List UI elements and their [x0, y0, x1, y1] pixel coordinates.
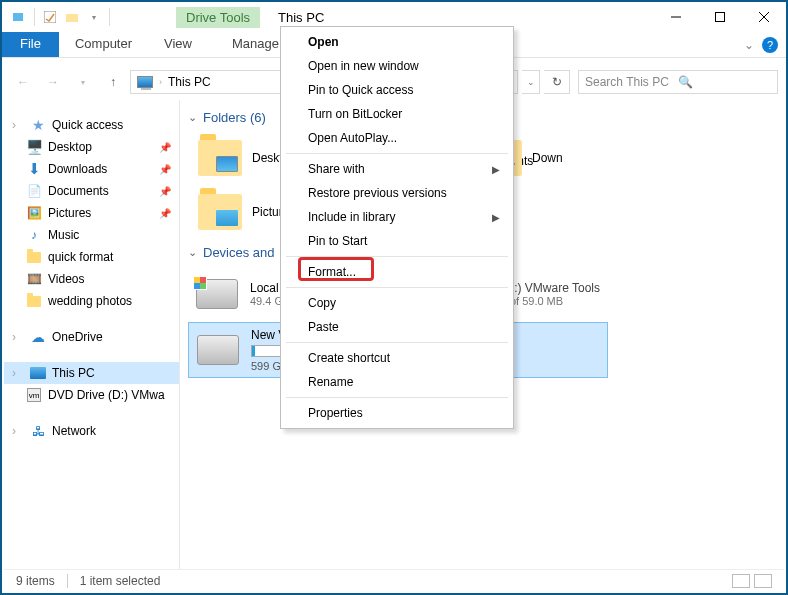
recent-locations-button[interactable]: ▾	[70, 69, 96, 95]
ribbon-expand-icon[interactable]: ⌄	[744, 38, 754, 52]
menu-separator	[286, 256, 508, 257]
nav-quick-format[interactable]: quick format	[4, 246, 179, 268]
download-icon: ⬇	[26, 161, 42, 177]
nav-music[interactable]: ♪Music	[4, 224, 179, 246]
menu-item-turn-on-bitlocker[interactable]: Turn on BitLocker	[284, 102, 510, 126]
search-placeholder: Search This PC	[585, 75, 678, 89]
status-bar: 9 items 1 item selected	[4, 569, 784, 591]
nav-this-pc[interactable]: This PC	[4, 362, 179, 384]
folder-music[interactable]: ic	[484, 190, 764, 244]
cloud-icon: ☁	[30, 329, 46, 345]
drive-icon	[196, 279, 238, 309]
videos-icon: 🎞️	[26, 271, 42, 287]
folder-icon	[27, 296, 41, 307]
qat-properties-icon[interactable]	[42, 9, 58, 25]
menu-item-pin-to-quick-access[interactable]: Pin to Quick access	[284, 78, 510, 102]
view-large-icon[interactable]	[754, 574, 772, 588]
up-button[interactable]: ↑	[100, 69, 126, 95]
pin-icon: 📌	[159, 186, 171, 197]
back-button[interactable]: ←	[10, 69, 36, 95]
svg-rect-4	[716, 13, 725, 22]
nav-desktop[interactable]: 🖥️Desktop📌	[4, 136, 179, 158]
pin-icon: 📌	[159, 142, 171, 153]
close-button[interactable]	[742, 2, 786, 32]
menu-item-restore-previous-versions[interactable]: Restore previous versions	[284, 181, 510, 205]
nav-dvd-drive[interactable]: vmDVD Drive (D:) VMwa	[4, 384, 179, 406]
menu-item-share-with[interactable]: Share with▶	[284, 157, 510, 181]
menu-item-open-in-new-window[interactable]: Open in new window	[284, 54, 510, 78]
window-title: This PC	[278, 10, 324, 25]
menu-item-open[interactable]: Open	[284, 30, 510, 54]
music-icon: ♪	[26, 227, 42, 243]
drive-tools-tab[interactable]: Drive Tools	[176, 7, 260, 28]
address-dropdown[interactable]: ⌄	[522, 70, 540, 94]
menu-item-paste[interactable]: Paste	[284, 315, 510, 339]
svg-rect-2	[66, 14, 78, 22]
desktop-icon: 🖥️	[26, 139, 42, 155]
pictures-icon: 🖼️	[26, 205, 42, 221]
search-icon: 🔍	[678, 75, 771, 89]
navigation-pane: ★Quick access 🖥️Desktop📌 ⬇Downloads📌 📄Do…	[4, 100, 180, 569]
network-icon: 🖧	[30, 423, 46, 439]
separator	[34, 8, 35, 26]
address-location: This PC	[168, 75, 211, 89]
pc-icon	[30, 367, 46, 379]
separator	[67, 574, 68, 588]
star-icon: ★	[30, 117, 46, 133]
forward-button[interactable]: →	[40, 69, 66, 95]
nav-pictures[interactable]: 🖼️Pictures📌	[4, 202, 179, 224]
help-icon[interactable]: ?	[762, 37, 778, 53]
menu-item-open-autoplay[interactable]: Open AutoPlay...	[284, 126, 510, 150]
pc-icon	[137, 76, 153, 88]
menu-separator	[286, 342, 508, 343]
folder-icon	[198, 140, 242, 176]
tab-view[interactable]: View	[148, 32, 208, 57]
status-selected: 1 item selected	[80, 574, 161, 588]
maximize-button[interactable]	[698, 2, 742, 32]
folder-icon	[27, 252, 41, 263]
nav-wedding-photos[interactable]: wedding photos	[4, 290, 179, 312]
windows-logo-icon	[193, 276, 207, 290]
svg-rect-1	[44, 11, 56, 23]
menu-item-properties[interactable]: Properties	[284, 401, 510, 425]
chevron-right-icon: ›	[159, 77, 162, 87]
folder-videos[interactable]: os	[484, 244, 764, 298]
qat-dropdown-icon[interactable]: ▾	[86, 9, 102, 25]
menu-item-copy[interactable]: Copy	[284, 291, 510, 315]
documents-icon: 📄	[26, 183, 42, 199]
nav-quick-access[interactable]: ★Quick access	[4, 114, 179, 136]
dvd-icon: vm	[27, 388, 41, 402]
pin-icon: 📌	[159, 164, 171, 175]
menu-item-format[interactable]: Format...	[284, 260, 510, 284]
tab-computer[interactable]: Computer	[59, 32, 148, 57]
search-input[interactable]: Search This PC 🔍	[578, 70, 778, 94]
drive-icon	[197, 335, 239, 365]
chevron-right-icon: ▶	[492, 164, 500, 175]
app-icon	[11, 9, 27, 25]
menu-item-include-in-library[interactable]: Include in library▶	[284, 205, 510, 229]
file-tab[interactable]: File	[2, 32, 59, 57]
nav-network[interactable]: 🖧Network	[4, 420, 179, 442]
nav-documents[interactable]: 📄Documents📌	[4, 180, 179, 202]
pin-icon: 📌	[159, 208, 171, 219]
status-item-count: 9 items	[16, 574, 55, 588]
nav-downloads[interactable]: ⬇Downloads📌	[4, 158, 179, 180]
minimize-button[interactable]	[654, 2, 698, 32]
folder-documents[interactable]: uments	[484, 134, 764, 188]
context-menu: OpenOpen in new windowPin to Quick acces…	[280, 26, 514, 429]
menu-separator	[286, 397, 508, 398]
refresh-button[interactable]: ↻	[544, 70, 570, 94]
menu-item-rename[interactable]: Rename	[284, 370, 510, 394]
qat-new-folder-icon[interactable]	[64, 9, 80, 25]
nav-videos[interactable]: 🎞️Videos	[4, 268, 179, 290]
menu-separator	[286, 287, 508, 288]
separator	[109, 8, 110, 26]
menu-item-pin-to-start[interactable]: Pin to Start	[284, 229, 510, 253]
chevron-right-icon: ▶	[492, 212, 500, 223]
svg-rect-0	[13, 13, 23, 21]
view-details-icon[interactable]	[732, 574, 750, 588]
folder-icon	[198, 194, 242, 230]
menu-separator	[286, 153, 508, 154]
nav-onedrive[interactable]: ☁OneDrive	[4, 326, 179, 348]
menu-item-create-shortcut[interactable]: Create shortcut	[284, 346, 510, 370]
